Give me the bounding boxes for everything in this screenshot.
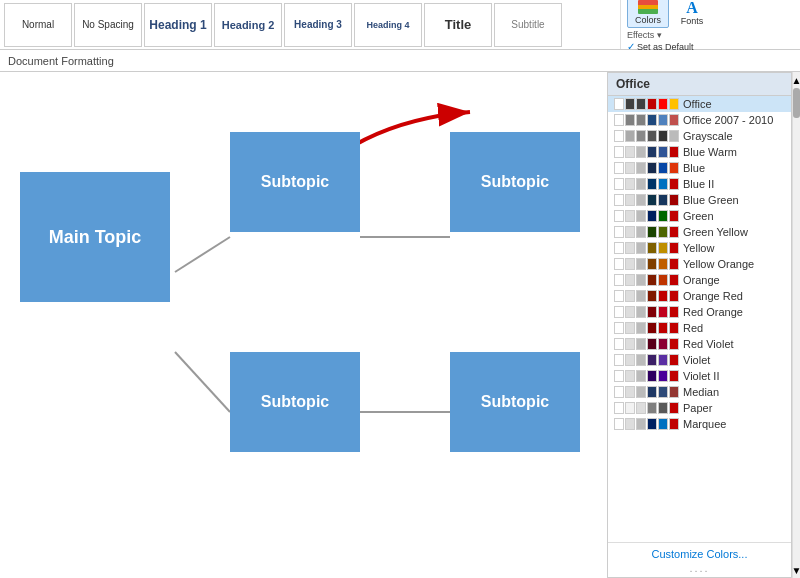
- swatch-row: [614, 130, 679, 142]
- dropdown-item[interactable]: Median: [608, 384, 791, 400]
- dropdown-item[interactable]: Violet: [608, 352, 791, 368]
- color-swatch: [636, 370, 646, 382]
- color-swatch: [636, 322, 646, 334]
- style-thumb-heading-1[interactable]: Heading 1: [144, 3, 212, 47]
- customize-colors-link[interactable]: Customize Colors...: [616, 546, 783, 562]
- effects-label[interactable]: Effects ▾: [627, 30, 662, 40]
- style-thumb-heading-4[interactable]: Heading 4: [354, 3, 422, 47]
- color-swatch: [614, 290, 624, 302]
- color-swatch: [614, 322, 624, 334]
- item-label: Red Orange: [683, 306, 743, 318]
- swatch-row: [614, 386, 679, 398]
- dropdown-item[interactable]: Yellow Orange: [608, 256, 791, 272]
- main-area: Main Topic Subtopic Subtopic Subtopic Su…: [0, 72, 800, 578]
- item-label: Grayscale: [683, 130, 733, 142]
- swatch-row: [614, 402, 679, 414]
- fonts-label: Fonts: [681, 16, 704, 26]
- dropdown-item[interactable]: Orange: [608, 272, 791, 288]
- dropdown-item[interactable]: Blue Warm: [608, 144, 791, 160]
- color-swatch: [647, 114, 657, 126]
- dropdown-item[interactable]: Office: [608, 96, 791, 112]
- colors-label: Colors: [635, 15, 661, 25]
- style-thumb-no-spacing[interactable]: No Spacing: [74, 3, 142, 47]
- dropdown-item[interactable]: Office 2007 - 2010: [608, 112, 791, 128]
- scroll-down-button[interactable]: ▼: [793, 562, 800, 578]
- color-swatch: [636, 290, 646, 302]
- dropdown-item[interactable]: Orange Red: [608, 288, 791, 304]
- color-swatch: [636, 114, 646, 126]
- color-swatch: [658, 290, 668, 302]
- color-swatch: [658, 402, 668, 414]
- subtopic-box-br: Subtopic: [450, 352, 580, 452]
- scroll-up-button[interactable]: ▲: [793, 72, 800, 88]
- color-swatch: [647, 242, 657, 254]
- color-swatch: [647, 402, 657, 414]
- color-swatch: [636, 306, 646, 318]
- swatch-row: [614, 226, 679, 238]
- scroll-thumb[interactable]: [793, 88, 800, 118]
- item-label: Red Violet: [683, 338, 734, 350]
- color-swatch: [658, 226, 668, 238]
- fonts-icon: A: [686, 0, 698, 16]
- color-swatch: [614, 114, 624, 126]
- style-thumb-heading-3[interactable]: Heading 3: [284, 3, 352, 47]
- dropdown-list[interactable]: OfficeOffice 2007 - 2010GrayscaleBlue Wa…: [608, 96, 791, 542]
- color-swatch: [614, 146, 624, 158]
- color-swatch: [614, 402, 624, 414]
- item-label: Green Yellow: [683, 226, 748, 238]
- color-swatch: [669, 210, 679, 222]
- style-thumb-heading-2[interactable]: Heading 2: [214, 3, 282, 47]
- dropdown-item[interactable]: Blue II: [608, 176, 791, 192]
- color-swatch: [658, 418, 668, 430]
- dropdown-item[interactable]: Green: [608, 208, 791, 224]
- dropdown-item[interactable]: Grayscale: [608, 128, 791, 144]
- color-swatch: [658, 130, 668, 142]
- dropdown-footer: Customize Colors... ....: [608, 542, 791, 577]
- style-thumb-title[interactable]: Title: [424, 3, 492, 47]
- dropdown-item[interactable]: Red Violet: [608, 336, 791, 352]
- dropdown-item[interactable]: Marquee: [608, 416, 791, 432]
- color-swatch: [614, 274, 624, 286]
- color-swatch: [669, 322, 679, 334]
- swatch-row: [614, 194, 679, 206]
- color-swatch: [625, 322, 635, 334]
- color-swatch: [669, 162, 679, 174]
- swatch-row: [614, 338, 679, 350]
- style-thumb-subtitle[interactable]: Subtitle: [494, 3, 562, 47]
- color-swatch: [625, 194, 635, 206]
- dropdown-item[interactable]: Yellow: [608, 240, 791, 256]
- dropdown-item[interactable]: Blue Green: [608, 192, 791, 208]
- item-label: Blue II: [683, 178, 714, 190]
- style-thumb-normal[interactable]: Normal: [4, 3, 72, 47]
- color-swatch: [658, 178, 668, 190]
- dropdown-item[interactable]: Paper: [608, 400, 791, 416]
- dropdown-item[interactable]: Red Orange: [608, 304, 791, 320]
- color-swatch: [625, 370, 635, 382]
- item-label: Violet II: [683, 370, 720, 382]
- color-swatch: [636, 354, 646, 366]
- item-label: Violet: [683, 354, 710, 366]
- color-swatch: [614, 210, 624, 222]
- colors-button[interactable]: Colors: [627, 0, 669, 28]
- swatch-row: [614, 114, 679, 126]
- item-label: Marquee: [683, 418, 726, 430]
- color-swatch: [636, 402, 646, 414]
- scrollbar[interactable]: ▲ ▼: [792, 72, 800, 578]
- color-swatch: [625, 210, 635, 222]
- color-swatch: [625, 178, 635, 190]
- color-swatch: [636, 146, 646, 158]
- color-swatch: [647, 370, 657, 382]
- swatch-row: [614, 242, 679, 254]
- dropdown-item[interactable]: Red: [608, 320, 791, 336]
- color-swatch: [669, 418, 679, 430]
- subtopic-box-bl: Subtopic: [230, 352, 360, 452]
- color-swatch: [625, 98, 635, 110]
- dropdown-item[interactable]: Blue: [608, 160, 791, 176]
- dropdown-item[interactable]: Violet II: [608, 368, 791, 384]
- svg-line-0: [175, 237, 230, 272]
- dropdown-item[interactable]: Green Yellow: [608, 224, 791, 240]
- svg-line-1: [175, 352, 230, 412]
- color-swatch: [625, 306, 635, 318]
- color-swatch: [614, 130, 624, 142]
- fonts-button[interactable]: A Fonts: [673, 0, 711, 28]
